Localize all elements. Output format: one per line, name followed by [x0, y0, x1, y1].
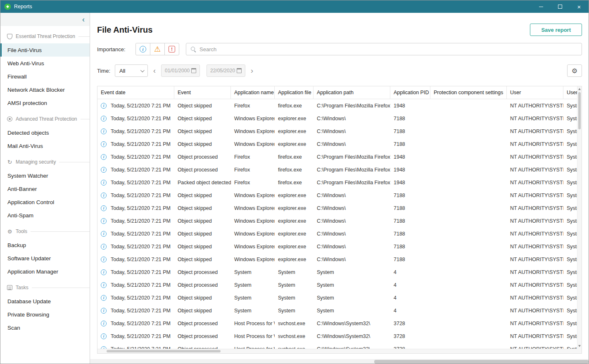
maximize-button[interactable]	[551, 0, 570, 13]
column-header-event-date[interactable]: Event date	[97, 86, 174, 99]
sidebar-item-firewall[interactable]: Firewall	[0, 70, 90, 83]
importance-warning-button[interactable]: ⚠	[150, 43, 165, 55]
importance-info-button[interactable]: i	[135, 43, 150, 55]
sidebar-item-label: Network Attack Blocker	[7, 87, 65, 93]
info-icon: i	[101, 193, 107, 198]
column-header-application-file[interactable]: Application file	[275, 86, 314, 99]
time-range-select[interactable]: All	[115, 64, 148, 77]
window-horizontal-scrollbar[interactable]	[90, 359, 589, 364]
window-scrollbar-thumb[interactable]	[374, 360, 589, 364]
sidebar-collapse-button[interactable]: ‹	[82, 16, 85, 23]
table-row[interactable]: iToday, 5/21/2020 7:21 PMObject skippedW…	[97, 112, 577, 125]
column-header-application-path[interactable]: Application path	[314, 86, 390, 99]
cell-application-file: explorer.exe	[275, 231, 314, 237]
sidebar-section-label: Tools	[16, 228, 27, 234]
cell-application-pid: 7188	[390, 116, 430, 121]
event-date-text: Today, 5/21/2020 7:21 PM	[111, 295, 171, 301]
column-header-user-type[interactable]: User type	[563, 86, 577, 99]
sidebar-item-network-attack-blocker[interactable]: Network Attack Blocker	[0, 83, 90, 96]
table-row[interactable]: iToday, 5/21/2020 7:21 PMObject skippedW…	[97, 240, 577, 253]
cell-event-date: iToday, 5/21/2020 7:21 PM	[97, 180, 174, 186]
scroll-up-icon[interactable]	[578, 88, 581, 90]
event-date-text: Today, 5/21/2020 7:21 PM	[111, 321, 171, 326]
sidebar-item-application-control[interactable]: Application Control	[0, 195, 90, 209]
save-report-button[interactable]: Save report	[530, 24, 582, 36]
cell-user: NT AUTHORITY\SYSTEM	[507, 231, 563, 237]
table-row[interactable]: iToday, 5/21/2020 7:21 PMObject skippedW…	[97, 214, 577, 227]
cell-application-name: Windows Explorer	[231, 244, 275, 250]
events-table: Event dateEventApplication nameApplicati…	[97, 86, 582, 354]
calendar-icon	[191, 68, 196, 73]
table-horizontal-scrollbar[interactable]	[97, 349, 577, 353]
cell-application-file: explorer.exe	[275, 205, 314, 211]
table-row[interactable]: iToday, 5/21/2020 7:21 PMObject skippedS…	[97, 304, 577, 317]
cell-event: Packed object detected	[174, 180, 231, 186]
sidebar-item-private-browsing[interactable]: Private Browsing	[0, 308, 90, 321]
column-header-user[interactable]: User	[507, 86, 563, 99]
cell-user: NT AUTHORITY\SYSTEM	[507, 244, 563, 250]
scroll-down-icon[interactable]	[578, 345, 581, 347]
cell-user-type: System user	[563, 333, 577, 339]
cell-event-date: iToday, 5/21/2020 7:21 PM	[97, 116, 174, 121]
table-vertical-scrollbar[interactable]	[577, 86, 582, 349]
vertical-scrollbar-thumb[interactable]	[578, 92, 581, 129]
table-row[interactable]: iToday, 5/21/2020 7:21 PMObject skippedW…	[97, 125, 577, 138]
table-row[interactable]: iToday, 5/21/2020 7:21 PMObject skippedF…	[97, 99, 577, 112]
sidebar-item-software-updater[interactable]: Software Updater	[0, 252, 90, 265]
sidebar-item-system-watcher[interactable]: System Watcher	[0, 169, 90, 182]
table-row[interactable]: iToday, 5/21/2020 7:21 PMObject skippedW…	[97, 227, 577, 240]
table-row[interactable]: iToday, 5/21/2020 7:21 PMObject skippedW…	[97, 253, 577, 266]
sidebar-item-web-anti-virus[interactable]: Web Anti-Virus	[0, 57, 90, 70]
table-row[interactable]: iToday, 5/21/2020 7:21 PMObject processe…	[97, 278, 577, 291]
table-settings-button[interactable]: ⚙	[567, 64, 582, 77]
table-row[interactable]: iToday, 5/21/2020 7:21 PMObject processe…	[97, 330, 577, 343]
sidebar-item-amsi-protection[interactable]: AMSI protection	[0, 96, 90, 109]
sidebar-item-application-manager[interactable]: Application Manager	[0, 265, 90, 278]
cell-user: NT AUTHORITY\SYSTEM	[507, 167, 563, 173]
cell-application-file: explorer.exe	[275, 116, 314, 121]
minimize-button[interactable]	[532, 0, 551, 13]
table-row[interactable]: iToday, 5/21/2020 7:21 PMObject skippedS…	[97, 291, 577, 304]
search-input[interactable]	[200, 46, 577, 52]
cell-user: NT AUTHORITY\SYSTEM	[507, 282, 563, 288]
column-header-event[interactable]: Event	[174, 86, 231, 99]
sidebar-item-file-anti-virus[interactable]: File Anti-Virus	[0, 43, 90, 57]
table-row[interactable]: iToday, 5/21/2020 7:21 PMObject skippedW…	[97, 202, 577, 214]
cell-application-path: C:\Windows\	[314, 116, 390, 121]
cell-user-type: System user	[563, 180, 577, 186]
time-filter-row: Time: All ‹ 01/01/2000 22/05/2020 › ⚙	[97, 64, 582, 77]
footer-sidebar-gap	[0, 359, 90, 364]
table-row[interactable]: iToday, 5/21/2020 7:21 PMObject skippedW…	[97, 138, 577, 150]
sidebar-item-detected-objects[interactable]: Detected objects	[0, 126, 90, 139]
section-divider	[31, 231, 90, 232]
cell-event: Object processed	[174, 167, 231, 173]
column-header-application-pid[interactable]: Application PID	[390, 86, 430, 99]
sidebar-item-anti-banner[interactable]: Anti-Banner	[0, 182, 90, 195]
sidebar-item-database-update[interactable]: Database Update	[0, 295, 90, 308]
column-header-application-name[interactable]: Application name	[231, 86, 275, 99]
importance-critical-button[interactable]: !	[164, 43, 179, 55]
previous-period-button[interactable]: ‹	[153, 67, 156, 74]
horizontal-scrollbar-thumb[interactable]	[107, 350, 221, 352]
sidebar: ‹ Essential Threat ProtectionFile Anti-V…	[0, 13, 90, 359]
table-row[interactable]: iToday, 5/21/2020 7:21 PMObject processe…	[97, 317, 577, 330]
next-period-button[interactable]: ›	[251, 67, 253, 74]
table-row[interactable]: iToday, 5/21/2020 7:21 PMObject processe…	[97, 266, 577, 278]
table-row[interactable]: iToday, 5/21/2020 7:21 PMObject skippedW…	[97, 189, 577, 202]
cell-event: Object skipped	[174, 308, 231, 314]
cell-application-file: explorer.exe	[275, 218, 314, 224]
sidebar-item-mail-anti-virus[interactable]: Mail Anti-Virus	[0, 139, 90, 152]
event-date-text: Today, 5/21/2020 7:21 PM	[111, 308, 171, 314]
sidebar-item-scan[interactable]: Scan	[0, 321, 90, 334]
close-button[interactable]: ×	[570, 0, 589, 13]
table-row[interactable]: iToday, 5/21/2020 7:21 PMObject processe…	[97, 163, 577, 176]
sidebar-item-anti-spam[interactable]: Anti-Spam	[0, 209, 90, 222]
sidebar-item-backup[interactable]: Backup	[0, 238, 90, 252]
table-row[interactable]: iToday, 5/21/2020 7:21 PMPacked object d…	[97, 176, 577, 189]
info-icon: i	[101, 282, 107, 288]
table-row[interactable]: iToday, 5/21/2020 7:21 PMObject processe…	[97, 150, 577, 163]
cell-event-date: iToday, 5/21/2020 7:21 PM	[97, 167, 174, 173]
sidebar-item-label: Software Updater	[7, 255, 51, 262]
column-header-protection-component-settings[interactable]: Protection component settings	[430, 86, 507, 99]
sidebar-item-label: AMSI protection	[7, 100, 47, 106]
